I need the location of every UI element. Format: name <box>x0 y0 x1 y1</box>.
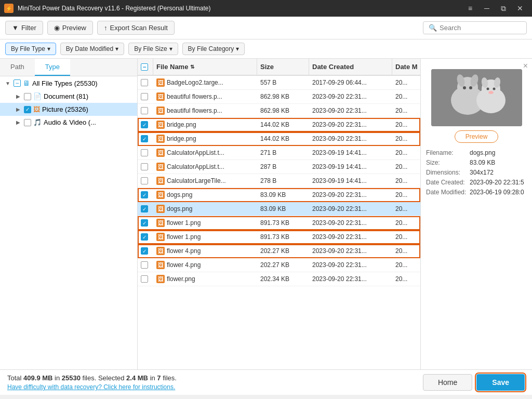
file-icon: 🖼 <box>156 261 165 269</box>
search-icon: 🔍 <box>429 24 437 32</box>
row-checkbox[interactable] <box>141 93 148 100</box>
svg-point-6 <box>469 86 472 89</box>
row-checkbox[interactable] <box>141 191 148 198</box>
file-name: beautiful flowers.p... <box>167 107 222 114</box>
file-icon: 🖼 <box>156 191 165 199</box>
titlebar: ⚡ MiniTool Power Data Recovery v11.6 - R… <box>0 0 532 17</box>
preview-close-button[interactable]: × <box>523 61 528 71</box>
close-button[interactable]: ✕ <box>512 1 528 16</box>
menu-button[interactable]: ≡ <box>462 1 478 16</box>
table-row[interactable]: 🖼CalculatorAppList.t...287 B2023-09-19 1… <box>138 160 420 174</box>
table-row[interactable]: 🖼beautiful flowers.p...862.98 KB2023-09-… <box>138 104 420 118</box>
preview-button[interactable]: ◉ Preview <box>47 21 93 35</box>
row-checkbox[interactable] <box>141 121 148 128</box>
size-value: 83.09 KB <box>470 159 495 166</box>
window-controls[interactable]: ≡ ─ ⧉ ✕ <box>462 1 528 16</box>
table-row[interactable]: 🖼flower 4.png202.27 KB2023-09-20 22:31..… <box>138 258 420 272</box>
save-button[interactable]: Save <box>476 374 525 391</box>
file-date-created: 2023-09-20 22:31... <box>309 132 392 145</box>
table-row[interactable]: 🖼CalculatorAppList.t...271 B2023-09-19 1… <box>138 146 420 160</box>
file-icon: 🖼 <box>156 107 165 115</box>
tree-picture-item[interactable]: ▶ 🖼 Picture (25326) <box>0 103 137 116</box>
filter-filecategory-button[interactable]: By File Category ▾ <box>182 43 245 55</box>
header-date-modified[interactable]: Date M <box>392 59 420 75</box>
header-size[interactable]: Size <box>257 59 309 75</box>
row-checkbox[interactable] <box>141 177 148 184</box>
tree-expand-icon[interactable]: ▶ <box>15 93 22 100</box>
tree-document-item[interactable]: ▶ 📄 Document (81) <box>0 90 137 103</box>
row-checkbox[interactable] <box>141 149 148 156</box>
preview-info: Filename: dogs.png Size: 83.09 KB Dimens… <box>426 149 527 198</box>
row-checkbox[interactable] <box>141 275 148 283</box>
preview-datemodified-row: Date Modified: 2023-06-19 09:28:0 <box>426 189 527 196</box>
statusbar-right: Home Save <box>423 374 525 391</box>
audio-icon: 🎵 <box>33 118 42 126</box>
row-checkbox[interactable] <box>141 219 148 227</box>
titlebar-left: ⚡ MiniTool Power Data Recovery v11.6 - R… <box>4 4 210 13</box>
file-size: 891.73 KB <box>257 230 309 244</box>
svg-point-13 <box>488 91 494 94</box>
tab-path[interactable]: Path <box>0 59 35 76</box>
table-row[interactable]: 🖼bridge.png144.02 KB2023-09-20 22:31...2… <box>138 118 420 132</box>
table-row[interactable]: 🖼flower.png202.34 KB2023-09-20 22:31...2… <box>138 272 420 286</box>
header-date-created[interactable]: Date Created <box>309 59 392 75</box>
tree-expand-icon[interactable]: ▶ <box>15 106 22 113</box>
file-date-modified: 20... <box>392 118 420 131</box>
table-row[interactable]: 🖼flower 1.png891.73 KB2023-09-20 22:31..… <box>138 230 420 244</box>
header-checkbox-col[interactable] <box>138 59 153 75</box>
filter-filetype-button[interactable]: By File Type ▾ <box>5 43 56 55</box>
table-row[interactable]: 🖼BadgeLogo2.targe...557 B2017-09-29 06:4… <box>138 76 420 90</box>
date-created-value: 2023-09-20 22:31:5 <box>470 179 524 186</box>
file-icon: 🖼 <box>156 149 165 157</box>
header-filename[interactable]: File Name ⇅ <box>153 59 257 75</box>
file-icon: 🖼 <box>156 78 165 87</box>
file-size: 202.27 KB <box>257 244 309 258</box>
file-icon: 🖼 <box>156 205 165 213</box>
file-size: 83.09 KB <box>257 188 309 202</box>
help-link[interactable]: Have difficulty with data recovery? Clic… <box>7 383 177 391</box>
tree-expand-icon[interactable]: ▶ <box>15 119 22 126</box>
row-checkbox[interactable] <box>141 233 148 241</box>
tree-root-checkbox[interactable] <box>14 79 21 87</box>
row-checkbox[interactable] <box>141 205 148 212</box>
filter-button[interactable]: ▼ Filter <box>5 21 43 35</box>
row-checkbox[interactable] <box>141 261 148 269</box>
tree-root-item[interactable]: ▼ 🖥 All File Types (25530) <box>0 76 137 90</box>
tree-doc-label: Document (81) <box>44 92 88 100</box>
export-button[interactable]: ↑ Export Scan Result <box>97 21 175 35</box>
row-checkbox[interactable] <box>141 107 148 114</box>
filter-datemodified-button[interactable]: By Date Modified ▾ <box>60 43 124 55</box>
search-input[interactable] <box>440 24 521 32</box>
minimize-button[interactable]: ─ <box>479 1 495 16</box>
filter-filesize-button[interactable]: By File Size ▾ <box>128 43 178 55</box>
tab-type[interactable]: Type <box>35 59 70 76</box>
tree-picture-checkbox[interactable] <box>24 106 31 113</box>
row-checkbox[interactable] <box>141 163 148 170</box>
tree-av-checkbox[interactable] <box>24 119 31 126</box>
table-row[interactable]: 🖼CalculatorLargeTile...278 B2023-09-19 1… <box>138 174 420 188</box>
header-select-all[interactable] <box>141 63 148 71</box>
table-row[interactable]: 🖼flower 4.png202.27 KB2023-09-20 22:31..… <box>138 244 420 258</box>
table-row[interactable]: 🖼flower 1.png891.73 KB2023-09-20 22:31..… <box>138 216 420 230</box>
table-row[interactable]: 🖼dogs.png83.09 KB2023-09-20 22:31...20..… <box>138 202 420 216</box>
tree-audiovideo-item[interactable]: ▶ 🎵 Audio & Video (... <box>0 116 137 129</box>
file-date-created: 2023-09-20 22:31... <box>309 118 392 131</box>
restore-button[interactable]: ⧉ <box>496 1 511 16</box>
tree-picture-label: Picture (25326) <box>42 105 88 113</box>
file-date-modified: 20... <box>392 188 420 202</box>
row-checkbox[interactable] <box>141 247 148 255</box>
table-row[interactable]: 🖼bridge.png144.02 KB2023-09-20 22:31...2… <box>138 132 420 146</box>
filename-label: Filename: <box>426 149 468 156</box>
row-checkbox[interactable] <box>141 79 148 86</box>
search-box[interactable]: 🔍 <box>423 21 527 34</box>
tree-doc-checkbox[interactable] <box>24 93 31 100</box>
table-row[interactable]: 🖼dogs.png83.09 KB2023-09-20 22:31...20..… <box>138 188 420 202</box>
left-panel: Path Type ▼ 🖥 All File Types (25530) ▶ 📄… <box>0 59 138 369</box>
row-checkbox[interactable] <box>141 135 148 142</box>
file-date-created: 2023-09-19 14:41... <box>309 174 392 188</box>
home-button[interactable]: Home <box>423 374 472 391</box>
filterbar: By File Type ▾ By Date Modified ▾ By Fil… <box>0 39 532 59</box>
table-row[interactable]: 🖼beautiful flowers.p...862.98 KB2023-09-… <box>138 90 420 104</box>
tree-expand-icon[interactable]: ▼ <box>4 79 11 87</box>
preview-button[interactable]: Preview <box>455 130 499 143</box>
